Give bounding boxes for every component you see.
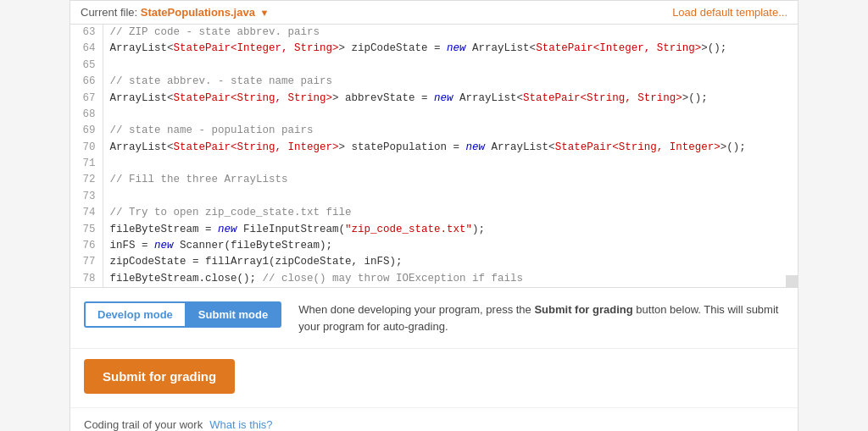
line-number: 67 xyxy=(70,91,103,107)
line-number: 68 xyxy=(70,107,103,123)
line-number: 78 xyxy=(70,271,103,287)
table-row: 64 ArrayList<StatePair<Integer, String>>… xyxy=(70,41,798,57)
table-row: 74 // Try to open zip_code_state.txt fil… xyxy=(70,205,798,221)
table-row: 71 xyxy=(70,156,798,172)
what-is-this-link[interactable]: What is this? xyxy=(209,418,272,431)
line-number: 73 xyxy=(70,189,103,205)
table-row: 67 ArrayList<StatePair<String, String>> … xyxy=(70,91,798,107)
line-code: inFS = new Scanner(fileByteStream); xyxy=(103,238,798,254)
line-number: 70 xyxy=(70,140,103,156)
current-file-name: StatePopulations.java xyxy=(141,6,255,19)
line-code xyxy=(103,156,798,172)
line-number: 72 xyxy=(70,172,103,188)
line-code: zipCodeState = fillArray1(zipCodeState, … xyxy=(103,254,798,270)
submit-for-grading-button[interactable]: Submit for grading xyxy=(84,359,235,394)
mode-buttons: Develop mode Submit mode xyxy=(84,301,281,328)
table-row: 66 // state abbrev. - state name pairs xyxy=(70,74,798,90)
line-code xyxy=(103,107,798,123)
coding-trail-label: Coding trail of your work xyxy=(84,418,203,431)
line-code: fileByteStream = new FileInputStream("zi… xyxy=(103,222,798,238)
line-code: // state name - population pairs xyxy=(103,123,798,139)
line-number: 71 xyxy=(70,156,103,172)
current-file-label: Current file: xyxy=(81,6,141,19)
table-row: 70 ArrayList<StatePair<String, Integer>>… xyxy=(70,140,798,156)
line-code: // Fill the three ArrayLists xyxy=(103,172,798,188)
line-code: ArrayList<StatePair<String, Integer>> st… xyxy=(103,140,798,156)
line-number: 74 xyxy=(70,205,103,221)
controls-row: Develop mode Submit mode When done devel… xyxy=(70,288,798,349)
coding-trail: Coding trail of your work What is this? xyxy=(70,408,798,431)
table-row: 68 xyxy=(70,107,798,123)
mode-description: When done developing your program, press… xyxy=(298,301,784,334)
description-bold: Submit for grading xyxy=(534,303,632,316)
line-number: 66 xyxy=(70,74,103,90)
code-editor: 63 // ZIP code - state abbrev. pairs 64 … xyxy=(70,25,798,288)
current-file-info: Current file: StatePopulations.java ▼ xyxy=(81,6,269,19)
line-code: fileByteStream.close(); // close() may t… xyxy=(103,271,798,287)
table-row: 76 inFS = new Scanner(fileByteStream); xyxy=(70,238,798,254)
line-number: 65 xyxy=(70,58,103,74)
table-row: 65 xyxy=(70,58,798,74)
develop-mode-button[interactable]: Develop mode xyxy=(84,301,186,328)
line-number: 77 xyxy=(70,254,103,270)
table-row: 73 xyxy=(70,189,798,205)
line-code: ArrayList<StatePair<Integer, String>> zi… xyxy=(103,41,798,57)
table-row: 63 // ZIP code - state abbrev. pairs xyxy=(70,25,798,41)
line-code: // state abbrev. - state name pairs xyxy=(103,74,798,90)
line-code: // ZIP code - state abbrev. pairs xyxy=(103,25,798,41)
table-row: 78 fileByteStream.close(); // close() ma… xyxy=(70,271,798,287)
line-number: 69 xyxy=(70,123,103,139)
file-dropdown-icon[interactable]: ▼ xyxy=(260,8,270,18)
line-number: 76 xyxy=(70,238,103,254)
table-row: 75 fileByteStream = new FileInputStream(… xyxy=(70,222,798,238)
line-code xyxy=(103,189,798,205)
load-template-link[interactable]: Load default template... xyxy=(672,6,787,19)
line-number: 64 xyxy=(70,41,103,57)
description-text: When done developing your program, press… xyxy=(298,303,534,316)
table-row: 69 // state name - population pairs xyxy=(70,123,798,139)
line-code: ArrayList<StatePair<String, String>> abb… xyxy=(103,91,798,107)
line-code: // Try to open zip_code_state.txt file xyxy=(103,205,798,221)
line-number: 75 xyxy=(70,222,103,238)
table-row: 72 // Fill the three ArrayLists xyxy=(70,172,798,188)
submit-section: Submit for grading xyxy=(70,349,798,408)
code-table: 63 // ZIP code - state abbrev. pairs 64 … xyxy=(70,25,798,287)
top-bar: Current file: StatePopulations.java ▼ Lo… xyxy=(70,1,798,25)
table-row: 77 zipCodeState = fillArray1(zipCodeStat… xyxy=(70,254,798,270)
line-code xyxy=(103,58,798,74)
scroll-indicator xyxy=(786,275,798,287)
line-number: 63 xyxy=(70,25,103,41)
submit-mode-button[interactable]: Submit mode xyxy=(185,301,281,328)
